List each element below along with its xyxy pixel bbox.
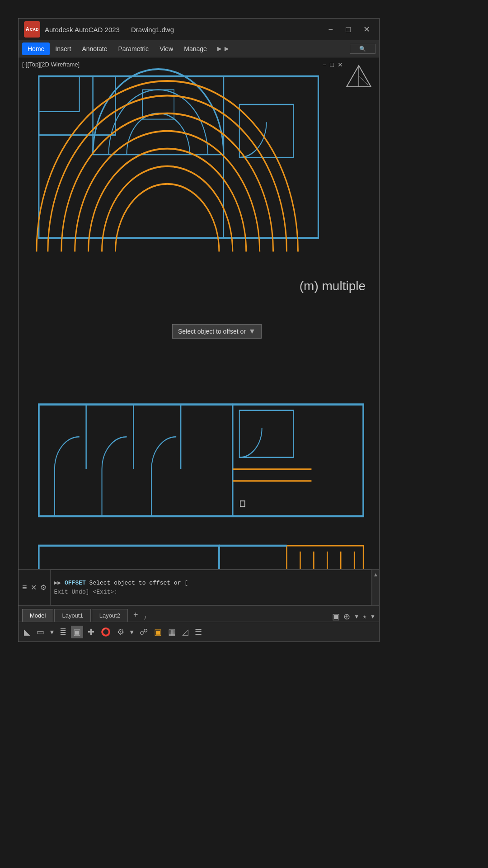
- title-text: Autodesk AutoCAD 2023 Drawing1.dwg: [45, 26, 325, 33]
- title-bar: A CAD Autodesk AutoCAD 2023 Drawing1.dwg…: [19, 19, 379, 40]
- tab-model[interactable]: Model: [22, 609, 53, 622]
- menu-bar: Home Insert Annotate Parametric View Man…: [19, 40, 379, 57]
- snap-dropdown[interactable]: ▼: [370, 613, 375, 620]
- camera-icon[interactable]: ▦: [166, 625, 178, 639]
- extend-icon[interactable]: ⭕: [99, 625, 113, 639]
- close-button[interactable]: ✕: [360, 23, 374, 36]
- viewport-controls: − □ ✕: [323, 61, 343, 68]
- svg-rect-11: [39, 405, 233, 516]
- draw-order-icon[interactable]: ◣: [22, 625, 32, 639]
- tab-add-button[interactable]: +: [129, 609, 143, 622]
- tooltip-scroll-icon: ▼: [249, 327, 256, 335]
- settings-dropdown[interactable]: ▼: [129, 628, 135, 636]
- svg-rect-10: [39, 405, 363, 516]
- cmd-arrow: ▶▶: [54, 580, 65, 586]
- offset-tooltip: Select object to offset or ▼: [172, 324, 262, 339]
- command-text-line2: Exit Undo] <Exit>:: [54, 588, 368, 597]
- settings-icon[interactable]: ⚙: [115, 625, 126, 639]
- status-bar: ◣ ▭ ▼ ≣ ▣ ✚ ⭕ ⚙ ▼ ☍ ▣ ▦ ◿ ☰: [19, 622, 379, 642]
- menu-parametric[interactable]: Parametric: [113, 42, 154, 55]
- orbit-dropdown[interactable]: ▼: [354, 613, 359, 620]
- menu-manage[interactable]: Manage: [178, 42, 212, 55]
- svg-rect-23: [39, 546, 219, 569]
- svg-rect-5: [39, 76, 80, 112]
- command-line: ≡ ✕ ⚙ ▶▶ OFFSET Select object to offset …: [19, 570, 379, 605]
- svg-rect-7: [142, 90, 174, 119]
- command-area: ≡ ✕ ⚙ ▶▶ OFFSET Select object to offset …: [19, 569, 379, 605]
- window-controls: − □ ✕: [325, 23, 374, 36]
- tab-layout2[interactable]: Layout2: [92, 609, 128, 622]
- bottom-tabs: Model Layout1 Layout2 + / ▣ ⊕ ▼ ⭒ ▼: [19, 605, 379, 622]
- menu-annotate[interactable]: Annotate: [76, 42, 113, 55]
- menu-more-icon[interactable]: ►►: [212, 43, 234, 55]
- svg-line-2: [359, 75, 368, 85]
- viewport-restore[interactable]: □: [330, 61, 334, 68]
- cmd-lines-icon[interactable]: ≡: [22, 583, 27, 592]
- maximize-button[interactable]: □: [342, 23, 354, 36]
- rectangle-icon[interactable]: ▭: [35, 625, 46, 639]
- model-space-icon[interactable]: ▣: [332, 612, 340, 622]
- tab-layout1[interactable]: Layout1: [54, 609, 90, 622]
- tooltip-text: Select object to offset or: [178, 328, 246, 335]
- cmd-text1: Select object to offset or [: [89, 580, 188, 586]
- copy-icon[interactable]: ▣: [71, 626, 83, 638]
- viewport-minimize[interactable]: −: [323, 61, 326, 68]
- snap-tracking-icon[interactable]: ✚: [86, 625, 96, 639]
- viewport-close[interactable]: ✕: [338, 61, 343, 68]
- tab-separator: /: [142, 615, 147, 622]
- autocad-window: A CAD Autodesk AutoCAD 2023 Drawing1.dwg…: [18, 18, 380, 642]
- svg-rect-12: [233, 405, 363, 516]
- cmd-scroll-arrow: ▲: [373, 571, 379, 578]
- rectangle-dropdown[interactable]: ▼: [49, 628, 55, 636]
- cmd-left-icons: ≡ ✕ ⚙: [19, 570, 50, 605]
- cmd-text-area[interactable]: ▶▶ OFFSET Select object to offset or [ E…: [50, 570, 372, 605]
- svg-rect-22: [240, 501, 245, 507]
- menu-view[interactable]: View: [154, 42, 178, 55]
- svg-rect-9: [239, 104, 294, 157]
- nav-cube[interactable]: [343, 62, 375, 94]
- menu-home[interactable]: Home: [22, 42, 50, 55]
- minimize-button[interactable]: −: [325, 23, 337, 36]
- render-icon[interactable]: ▣: [152, 625, 164, 639]
- cmd-scrollbar[interactable]: ▲: [372, 570, 379, 605]
- hamburger-icon[interactable]: ☰: [193, 625, 204, 639]
- tab-right-icons: ▣ ⊕ ▼ ⭒ ▼: [332, 612, 375, 622]
- drawing-area[interactable]: [-][Top][2D Wireframe] − □ ✕ (m) multipl…: [19, 57, 379, 569]
- drawing-svg[interactable]: [19, 57, 379, 569]
- search-icon[interactable]: 🔍: [350, 44, 375, 54]
- cmd-settings-icon[interactable]: ⚙: [40, 583, 47, 592]
- app-logo: A CAD: [24, 21, 40, 38]
- justify-icon[interactable]: ≣: [58, 625, 68, 639]
- menu-insert[interactable]: Insert: [50, 42, 76, 55]
- command-text-line1: ▶▶ OFFSET Select object to offset or [: [54, 579, 368, 588]
- fullscreen-icon[interactable]: ◿: [180, 625, 190, 639]
- cmd-close-icon[interactable]: ✕: [31, 583, 37, 592]
- orbit-icon[interactable]: ⊕: [343, 612, 350, 622]
- svg-rect-25: [287, 546, 364, 569]
- snap-icon[interactable]: ⭒: [363, 612, 366, 622]
- multiple-label: (m) multiple: [300, 279, 366, 293]
- svg-rect-19: [239, 410, 294, 458]
- pan-icon[interactable]: ☍: [138, 625, 150, 639]
